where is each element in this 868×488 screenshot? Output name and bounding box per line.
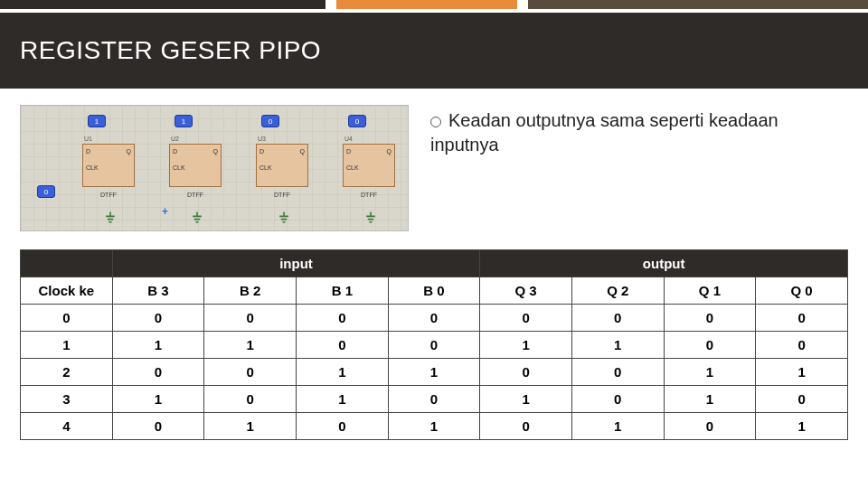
table-row: 401010101	[21, 413, 848, 440]
d-flipflop: D Q CLK DTFF	[343, 144, 395, 187]
table-cell: 1	[388, 359, 480, 386]
table-cell: 0	[571, 359, 664, 386]
table-cell: 1	[112, 386, 204, 413]
pin-d: D	[346, 148, 351, 155]
logic-state-tag: 0	[348, 115, 366, 127]
table-cell: 1	[204, 332, 297, 359]
table-cell: 0	[756, 332, 848, 359]
logic-state-tag: 1	[175, 115, 193, 127]
pin-d: D	[259, 148, 264, 155]
table-cell: 1	[296, 359, 388, 386]
d-flipflop: D Q CLK DTFF	[82, 144, 135, 187]
table-cell: 1	[571, 332, 664, 359]
table-cell: 0	[112, 413, 204, 440]
table-cell: 2	[21, 359, 113, 386]
table-cell: 1	[480, 332, 572, 359]
ground-icon	[102, 211, 118, 225]
table-cell: 0	[112, 359, 204, 386]
bullet-icon	[430, 117, 441, 127]
table-header: Q 0	[756, 277, 848, 305]
table-cell: 1	[21, 332, 113, 359]
table-group-blank	[21, 250, 113, 277]
table-header: B 2	[204, 277, 297, 305]
pin-q: Q	[300, 148, 305, 155]
table-cell: 0	[204, 386, 297, 413]
bullet-text: Keadan outputnya sama seperti keadaan in…	[430, 110, 778, 155]
table-header: B 1	[296, 277, 388, 305]
pin-q: Q	[387, 148, 392, 155]
table-cell: 3	[21, 386, 113, 413]
table-cell: 0	[756, 386, 848, 413]
table-cell: 0	[112, 305, 204, 332]
table-cell: 1	[571, 413, 664, 440]
pin-d: D	[173, 148, 177, 155]
table-cell: 0	[480, 359, 572, 386]
unit-label: U1	[84, 136, 92, 142]
chip-label: DTFF	[361, 192, 377, 198]
table-cell: 0	[480, 413, 572, 440]
table-header: Q 2	[571, 277, 664, 305]
table-cell: 0	[388, 332, 480, 359]
table-cell: 0	[664, 305, 756, 332]
table-header: Q 1	[664, 277, 756, 305]
table-group-input: input	[112, 250, 480, 277]
table-header: Q 3	[480, 277, 572, 305]
table-cell: 1	[296, 386, 388, 413]
chip-label: DTFF	[187, 192, 203, 198]
table-cell: 0	[296, 413, 388, 440]
truth-table: input output Clock ke B 3 B 2 B 1 B 0 Q …	[20, 249, 848, 440]
table-group-output: output	[480, 250, 848, 277]
table-cell: 1	[756, 359, 848, 386]
circuit-diagram: U1 U2 U3 U4 1 1 0 0 0 D Q CLK DTFF D Q C…	[20, 105, 409, 231]
table-cell: 0	[204, 305, 297, 332]
table-cell: 0	[664, 332, 756, 359]
table-cell: 0	[388, 386, 480, 413]
table-cell: 0	[571, 386, 664, 413]
chip-label: DTFF	[274, 192, 290, 198]
pin-d: D	[86, 148, 90, 155]
crosshair-icon: +	[162, 205, 168, 218]
slide-title: REGISTER GESER PIPO	[20, 36, 321, 65]
d-flipflop: D Q CLK DTFF	[169, 144, 222, 187]
pin-clk: CLK	[86, 164, 99, 171]
table-header: B 0	[388, 277, 480, 305]
table-cell: 1	[664, 386, 756, 413]
table-cell: 0	[756, 305, 848, 332]
table-cell: 0	[296, 305, 388, 332]
table-cell: 0	[480, 305, 572, 332]
table-cell: 1	[756, 413, 848, 440]
pin-clk: CLK	[259, 164, 272, 171]
unit-label: U3	[258, 136, 266, 142]
table-header: Clock ke	[21, 277, 113, 305]
logic-state-tag: 0	[261, 115, 279, 127]
pin-clk: CLK	[173, 164, 185, 171]
table-cell: 0	[296, 332, 388, 359]
ground-icon	[189, 211, 205, 225]
table-cell: 1	[388, 413, 480, 440]
clock-source-tag: 0	[37, 185, 55, 198]
table-row: 200110011	[21, 359, 848, 386]
table-cell: 0	[388, 305, 480, 332]
unit-label: U4	[344, 136, 353, 142]
ground-icon	[363, 211, 379, 225]
bullet-point: Keadan outputnya sama seperti keadaan in…	[430, 105, 848, 157]
logic-state-tag: 1	[88, 115, 106, 127]
table-cell: 4	[21, 413, 113, 440]
table-cell: 1	[112, 332, 204, 359]
chip-label: DTFF	[100, 192, 117, 198]
table-cell: 0	[204, 359, 297, 386]
table-row: 000000000	[21, 305, 848, 332]
unit-label: U2	[171, 136, 179, 142]
table-header: B 3	[112, 277, 204, 305]
table-row: 111001100	[21, 332, 848, 359]
ground-icon	[276, 211, 292, 225]
accent-strip	[0, 0, 868, 9]
table-cell: 0	[571, 305, 664, 332]
table-cell: 1	[664, 359, 756, 386]
table-cell: 1	[204, 413, 297, 440]
pin-q: Q	[127, 148, 131, 155]
pin-q: Q	[213, 148, 218, 155]
pin-clk: CLK	[346, 164, 359, 171]
d-flipflop: D Q CLK DTFF	[256, 144, 308, 187]
table-row: 310101010	[21, 386, 848, 413]
